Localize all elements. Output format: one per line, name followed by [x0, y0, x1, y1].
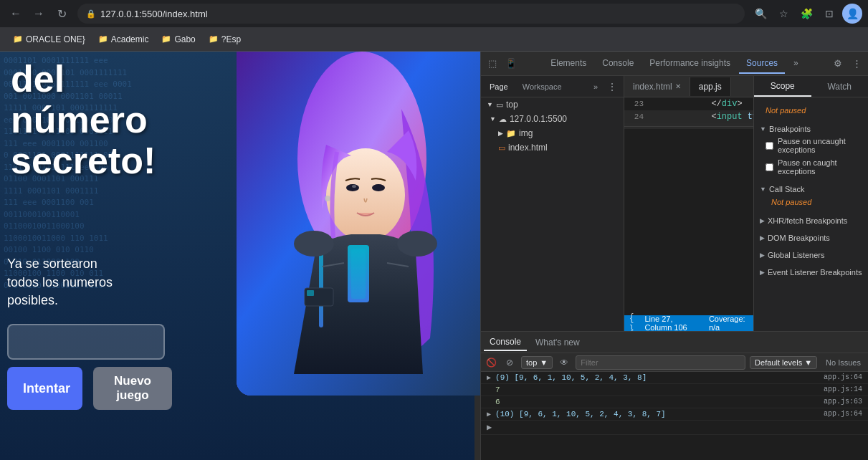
- tab-sources[interactable]: Sources: [739, 54, 785, 74]
- console-entry-2: ▶ 7 app.js:14: [481, 384, 868, 396]
- tree-item-top[interactable]: ▼ ▭ top: [481, 97, 624, 112]
- game-buttons: Intentar Nuevo juego: [7, 367, 172, 410]
- tab-appjs-label: app.js: [699, 82, 722, 92]
- xhr-header[interactable]: ▶ XHR/fetch Breakpoints: [760, 215, 862, 226]
- global-header[interactable]: ▶ Global Listeners: [760, 249, 862, 261]
- extensions-btn[interactable]: 🧩: [796, 4, 816, 24]
- code-line-23: 23 </div>: [624, 97, 753, 110]
- global-arrow-icon: ▶: [760, 251, 765, 259]
- bookmark-label: ORACLE ONE}: [26, 34, 85, 44]
- reload-button[interactable]: ↻: [52, 4, 72, 24]
- forward-button[interactable]: →: [29, 4, 49, 24]
- title-line1: del: [11, 58, 65, 100]
- eye-icon-btn[interactable]: 👁: [557, 355, 571, 370]
- expand-arrow-e4[interactable]: ▶: [487, 410, 491, 418]
- console-content: ▶ (9) [9, 6, 1, 10, 5, 2, 4, 3, 8] app.j…: [481, 372, 868, 460]
- tree-item-indexhtml[interactable]: ▭ index.html: [481, 140, 624, 155]
- tree-item-img[interactable]: ▶ 📁 img: [481, 126, 624, 140]
- pause-caught[interactable]: Pause on caught exceptions: [760, 156, 862, 178]
- event-header[interactable]: ▶ Event Listener Breakpoints: [760, 267, 862, 278]
- devtools-toolbar-icons: ⬚ 📱: [484, 55, 520, 72]
- nuevo-juego-button[interactable]: Nuevo juego: [93, 367, 172, 410]
- devtools-settings-btn[interactable]: ⚙: [829, 55, 846, 72]
- filter-icon-btn[interactable]: ⊘: [502, 355, 517, 370]
- console-value-1: (9) [9, 6, 1, 10, 5, 2, 4, 3, 8]: [495, 373, 819, 382]
- subtitle-line1: Ya se sortearon: [7, 257, 97, 271]
- file-tree-more-btn[interactable]: »: [591, 80, 601, 94]
- tab-scope[interactable]: Scope: [754, 77, 811, 97]
- profile-avatar[interactable]: 👤: [842, 4, 862, 24]
- inspect-icon-btn[interactable]: ⬚: [484, 55, 501, 72]
- bookmark-academic[interactable]: 📁 Academic: [92, 32, 155, 47]
- tab-performance[interactable]: Performance insights: [642, 54, 738, 74]
- context-selector[interactable]: top ▼: [521, 356, 553, 369]
- bookmark-esp[interactable]: 📁 ?Esp: [203, 32, 247, 47]
- address-bar[interactable]: 🔒 127.0.0.1:5500/index.html: [77, 4, 745, 24]
- url-text: 127.0.0.1:5500/index.html: [100, 9, 208, 19]
- tab-console-bottom[interactable]: Console: [484, 334, 527, 351]
- server-icon: ☁: [499, 115, 507, 124]
- devtools-tabs: ⬚ 📱 Elements Console Performance insight…: [481, 52, 868, 76]
- pause-uncaught[interactable]: Pause on uncaught exceptions: [760, 135, 862, 156]
- main-area: 0001101 0001111111 eee 0001100 0001101 0…: [0, 52, 868, 460]
- code-content[interactable]: 23 </div> 24 <input type="number": [624, 97, 753, 315]
- console-filter-input[interactable]: [576, 355, 745, 370]
- pause-caught-checkbox[interactable]: [766, 163, 773, 171]
- scroll-divider: [624, 123, 753, 129]
- tab-whats-new[interactable]: What's new: [530, 335, 586, 350]
- svg-rect-14: [307, 290, 314, 296]
- console-link-4[interactable]: app.js:64: [824, 410, 862, 418]
- tree-item-server[interactable]: ▼ ☁ 127.0.0.1:5500: [481, 112, 624, 126]
- tab-appjs[interactable]: app.js: [690, 77, 731, 96]
- context-label: top: [526, 358, 537, 367]
- cs-arrow-icon: ▼: [760, 186, 766, 193]
- console-link-1[interactable]: app.js:64: [824, 373, 862, 381]
- back-button[interactable]: ←: [6, 4, 26, 24]
- tab-more[interactable]: »: [786, 54, 806, 74]
- clear-console-btn[interactable]: 🚫: [484, 355, 498, 370]
- subtitle-line3: posibles.: [7, 293, 58, 307]
- search-icon-btn[interactable]: 🔍: [750, 4, 771, 24]
- pause-uncaught-checkbox[interactable]: [766, 142, 773, 150]
- tab-console[interactable]: Console: [595, 54, 641, 74]
- webpage-title: del número secreto!: [11, 59, 469, 182]
- bookmark-gabo[interactable]: 📁 Gabo: [156, 32, 201, 47]
- webpage: 0001101 0001111111 eee 0001100 0001101 0…: [0, 52, 480, 460]
- breakpoints-label: Breakpoints: [769, 125, 811, 133]
- intentar-button[interactable]: Intentar: [7, 367, 82, 410]
- console-link-3[interactable]: app.js:63: [824, 398, 862, 406]
- dom-section: ▶ DOM Breakpoints: [760, 232, 862, 244]
- close-indexhtml-icon[interactable]: ✕: [675, 82, 681, 90]
- bookmark-star-btn[interactable]: ☆: [773, 4, 793, 24]
- right-panel-content: Not paused ▼ Breakpoints Pause: [754, 97, 868, 331]
- tab-page[interactable]: Page: [484, 80, 514, 94]
- line-content-23: </div>: [649, 99, 743, 109]
- dom-header[interactable]: ▶ DOM Breakpoints: [760, 232, 862, 244]
- subtitle-line2: todos los numeros: [7, 275, 113, 289]
- file-icon-index: ▭: [498, 143, 505, 153]
- device-icon-btn[interactable]: 📱: [502, 55, 520, 72]
- console-value-2: 7: [495, 385, 819, 394]
- file-tree-options-btn[interactable]: ⋮: [604, 78, 621, 95]
- title-bar: ← → ↻ 🔒 127.0.0.1:5500/index.html 🔍 ☆ 🧩 …: [0, 0, 868, 27]
- tab-indexhtml[interactable]: index.html ✕: [624, 77, 690, 96]
- tab-elements[interactable]: Elements: [543, 54, 593, 74]
- bookmark-label-3: Gabo: [174, 34, 195, 44]
- layout-btn[interactable]: ⊡: [819, 4, 839, 24]
- call-stack-status: Not paused: [760, 195, 862, 209]
- call-stack-header[interactable]: ▼ Call Stack: [760, 183, 862, 195]
- console-area: Console What's new 🚫 ⊘ top ▼ 👁 Default l…: [481, 331, 868, 460]
- bookmark-oracle[interactable]: 📁 ORACLE ONE}: [7, 32, 91, 47]
- breakpoints-header[interactable]: ▼ Breakpoints: [760, 123, 862, 135]
- tab-workspace[interactable]: Workspace: [517, 80, 568, 94]
- expand-arrow-e1[interactable]: ▶: [487, 373, 491, 382]
- tab-watch[interactable]: Watch: [811, 77, 869, 96]
- code-editor-area: index.html ✕ app.js 23 <: [624, 76, 868, 331]
- pause-uncaught-label: Pause on uncaught exceptions: [778, 137, 857, 154]
- level-selector[interactable]: Default levels ▼: [750, 356, 817, 369]
- devtools-more-btn[interactable]: ⋮: [848, 55, 865, 72]
- number-input[interactable]: [7, 324, 165, 360]
- console-prompt: ▶: [481, 421, 868, 435]
- xhr-arrow-icon: ▶: [760, 217, 765, 224]
- console-link-2[interactable]: app.js:14: [824, 385, 862, 393]
